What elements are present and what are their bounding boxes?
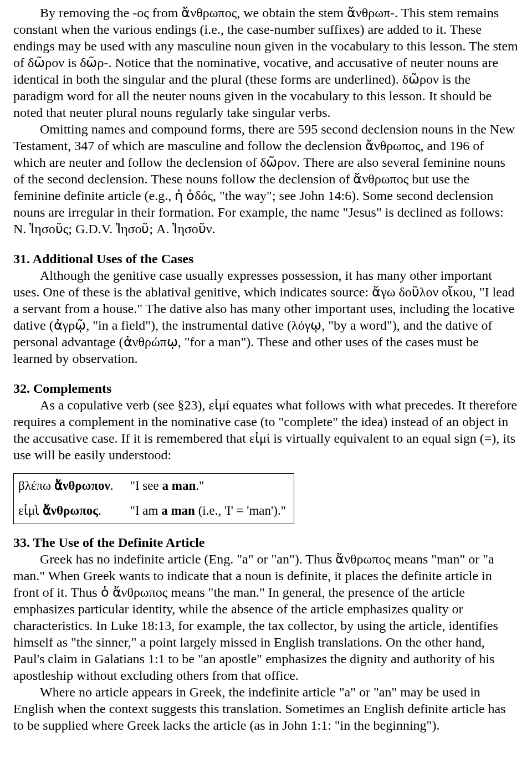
- complements-example-table: βλέπω ἄνθρωπον. "I see a man." εἰμὶ ἄνθρ…: [13, 473, 294, 524]
- english-bold: a man: [162, 479, 196, 493]
- greek-text: .: [98, 504, 101, 517]
- english-text: "I am: [130, 504, 162, 517]
- example-english: "I am a man (i.e., 'I' = 'man').": [126, 499, 294, 524]
- english-text: (i.e., 'I' = 'man').": [195, 504, 286, 517]
- table-row: βλέπω ἄνθρωπον. "I see a man.": [14, 474, 294, 499]
- section-33-heading: 33. The Use of the Definite Article: [13, 534, 519, 551]
- english-text: .": [196, 479, 204, 493]
- english-text: "I see: [130, 479, 162, 493]
- section-32-body: As a copulative verb (see §23), εἰμί equ…: [13, 397, 519, 463]
- table-row: εἰμὶ ἄνθρωπος. "I am a man (i.e., 'I' = …: [14, 499, 294, 524]
- english-bold: a man: [161, 504, 195, 517]
- example-greek: εἰμὶ ἄνθρωπος.: [14, 499, 126, 524]
- intro-paragraph-1: By removing the -ος from ἄνθρωπος, we ob…: [13, 4, 519, 121]
- example-greek: βλέπω ἄνθρωπον.: [14, 474, 126, 499]
- greek-bold: ἄνθρωπος: [43, 504, 98, 517]
- intro-paragraph-2: Omitting names and compound forms, there…: [13, 121, 519, 237]
- section-33-body-2: Where no article appears in Greek, the i…: [13, 684, 519, 734]
- section-31-heading: 31. Additional Uses of the Cases: [13, 250, 519, 267]
- section-32-heading: 32. Complements: [13, 380, 519, 397]
- greek-text: .: [110, 479, 114, 493]
- greek-bold: ἄνθρωπον: [54, 479, 110, 493]
- example-english: "I see a man.": [126, 474, 294, 499]
- section-31-body: Although the genitive case usually expre…: [13, 267, 519, 367]
- greek-text: εἰμὶ: [18, 504, 43, 517]
- section-33-body-1: Greek has no indefinite article (Eng. "a…: [13, 551, 519, 684]
- greek-text: βλέπω: [18, 479, 54, 493]
